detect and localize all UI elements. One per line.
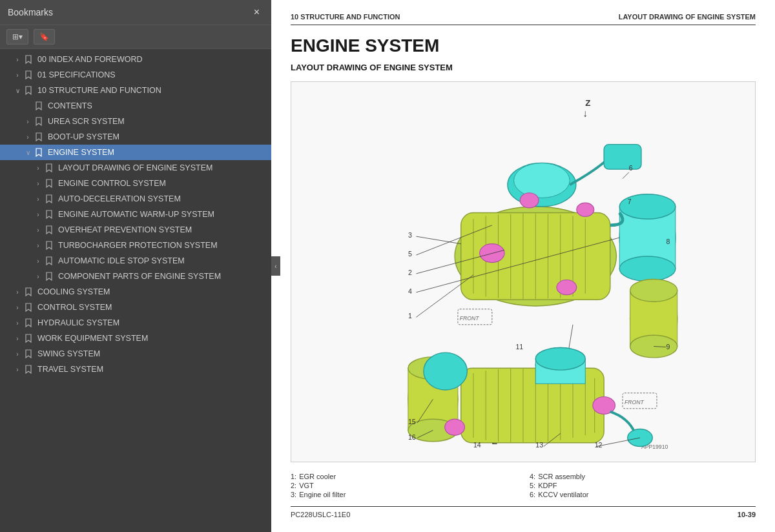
sidebar-item-turbo[interactable]: › TURBOCHARGER PROTECTION SYSTEM xyxy=(0,238,271,253)
bookmark-icon xyxy=(44,241,54,250)
sidebar-item-travel[interactable]: › TRAVEL SYSTEM xyxy=(0,362,271,377)
sidebar-item-01-specs[interactable]: › 01 SPECIFICATIONS xyxy=(0,67,271,83)
bookmark-icon xyxy=(23,55,34,64)
svg-point-77 xyxy=(628,429,653,447)
legend-text: EGR cooler xyxy=(299,473,336,480)
bookmark-icon xyxy=(44,179,54,188)
expand-arrow: › xyxy=(34,196,43,203)
svg-text:6: 6 xyxy=(629,164,633,172)
sidebar-item-swing[interactable]: › SWING SYSTEM xyxy=(0,346,271,362)
engine-diagram-svg: Z ↓ Z APP19910 xyxy=(298,88,749,455)
sidebar-item-bootup[interactable]: › BOOT-UP SYSTEM xyxy=(0,129,271,145)
bookmark-icon xyxy=(23,70,34,79)
expand-arrow: › xyxy=(13,351,22,358)
expand-arrow: › xyxy=(34,273,43,280)
document-subtitle: LAYOUT DRAWING OF ENGINE SYSTEM xyxy=(291,63,756,72)
bookmark-button[interactable]: 🔖 xyxy=(34,29,55,45)
expand-arrow: › xyxy=(13,366,22,373)
svg-text:1: 1 xyxy=(408,312,412,320)
bookmark-tree[interactable]: › 00 INDEX AND FOREWORD › 01 SPECIFICATI… xyxy=(0,49,271,532)
sidebar-item-idle-stop[interactable]: › AUTOMATIC IDLE STOP SYSTEM xyxy=(0,253,271,269)
bookmark-icon xyxy=(44,225,54,234)
svg-point-23 xyxy=(619,256,676,281)
sidebar-item-cooling[interactable]: › COOLING SYSTEM xyxy=(0,284,271,300)
bookmark-icon xyxy=(44,194,54,203)
sidebar-item-label: CONTENTS xyxy=(48,101,92,110)
expand-arrow: › xyxy=(13,335,22,342)
svg-point-72 xyxy=(535,347,585,370)
bookmark-icon xyxy=(23,334,34,343)
bookmarks-title: Bookmarks xyxy=(8,7,53,17)
svg-point-31 xyxy=(557,280,577,295)
sidebar-collapse-handle[interactable]: ‹ xyxy=(271,256,280,276)
legend-item-6: 6: KCCV ventilator xyxy=(530,491,756,498)
main-content: 10 STRUCTURE AND FUNCTION LAYOUT DRAWING… xyxy=(271,0,775,532)
document-id: PC228USLC-11E0 xyxy=(291,511,350,518)
bookmark-icon xyxy=(44,163,54,172)
page-header-right: LAYOUT DRAWING OF ENGINE SYSTEM xyxy=(619,13,756,21)
sidebar-item-00-index[interactable]: › 00 INDEX AND FOREWORD xyxy=(0,52,271,67)
svg-point-26 xyxy=(630,280,677,302)
legend-num: 2: xyxy=(291,482,296,489)
legend-num: 3: xyxy=(291,491,296,498)
sidebar-item-label: ENGINE AUTOMATIC WARM-UP SYSTEM xyxy=(58,210,214,219)
sidebar-item-label: HYDRAULIC SYSTEM xyxy=(37,318,119,327)
legend-text: VGT xyxy=(299,482,314,489)
legend-item-1: 1: EGR cooler xyxy=(291,473,517,480)
legend-text: KDPF xyxy=(538,482,557,489)
sidebar-item-control-sys[interactable]: › CONTROL SYSTEM xyxy=(0,300,271,315)
sidebar-item-10-structure[interactable]: ∨ 10 STRUCTURE AND FUNCTION xyxy=(0,83,271,98)
sidebar-item-work-equip[interactable]: › WORK EQUIPMENT SYSTEM xyxy=(0,331,271,346)
expand-arrow: › xyxy=(13,304,22,311)
sidebar-item-hydraulic[interactable]: › HYDRAULIC SYSTEM xyxy=(0,315,271,331)
sidebar-item-label: ENGINE CONTROL SYSTEM xyxy=(58,179,166,188)
expand-arrow: › xyxy=(13,289,22,296)
legend-num: 5: xyxy=(530,482,535,489)
expand-arrow: › xyxy=(13,56,22,63)
legend-num: 6: xyxy=(530,491,535,498)
bookmark-icon xyxy=(44,210,54,219)
sidebar-item-label: WORK EQUIPMENT SYSTEM xyxy=(37,334,148,343)
expand-arrow: ∨ xyxy=(23,149,32,156)
legend-text: Engine oil filter xyxy=(299,491,346,498)
sidebar-item-urea[interactable]: › UREA SCR SYSTEM xyxy=(0,114,271,129)
svg-point-30 xyxy=(577,203,594,216)
bookmark-icon xyxy=(23,287,34,296)
svg-text:5: 5 xyxy=(408,250,412,258)
sidebar-item-engine-control[interactable]: › ENGINE CONTROL SYSTEM xyxy=(0,176,271,191)
legend-item-4: 4: SCR assembly xyxy=(530,473,756,480)
svg-text:7: 7 xyxy=(628,198,632,205)
bookmark-icon xyxy=(23,86,34,95)
expand-arrow: › xyxy=(34,211,43,218)
svg-text:Z: Z xyxy=(585,98,590,108)
legend-num: 1: xyxy=(291,473,296,480)
sidebar-item-overheat[interactable]: › OVERHEAT PREVENTION SYSTEM xyxy=(0,222,271,238)
sidebar-item-contents[interactable]: CONTENTS xyxy=(0,98,271,114)
sidebar-item-engine-system[interactable]: ∨ ENGINE SYSTEM xyxy=(0,145,271,160)
svg-point-69 xyxy=(424,353,467,390)
sidebar-item-warmup[interactable]: › ENGINE AUTOMATIC WARM-UP SYSTEM xyxy=(0,207,271,222)
view-toggle-button[interactable]: ⊞▾ xyxy=(6,29,28,45)
svg-text:14: 14 xyxy=(473,441,481,449)
legend-item-3: 3: Engine oil filter xyxy=(291,491,517,498)
bookmark-icon xyxy=(34,117,44,126)
bookmarks-header: Bookmarks × xyxy=(0,0,271,25)
page-header-left: 10 STRUCTURE AND FUNCTION xyxy=(291,13,400,21)
sidebar-item-label: COMPONENT PARTS OF ENGINE SYSTEM xyxy=(58,272,221,281)
svg-text:FRONT: FRONT xyxy=(460,315,480,322)
sidebar-item-auto-decel[interactable]: › AUTO-DECELERATION SYSTEM xyxy=(0,191,271,207)
expand-arrow: › xyxy=(13,320,22,327)
close-button[interactable]: × xyxy=(250,5,264,19)
sidebar-item-layout-drawing[interactable]: › LAYOUT DRAWING OF ENGINE SYSTEM xyxy=(0,160,271,176)
sidebar-item-components[interactable]: › COMPONENT PARTS OF ENGINE SYSTEM xyxy=(0,269,271,284)
sidebar-item-label: TRAVEL SYSTEM xyxy=(37,365,103,374)
sidebar-item-label: SWING SYSTEM xyxy=(37,349,100,358)
svg-point-18 xyxy=(514,163,570,198)
svg-point-76 xyxy=(445,419,465,435)
page-header: 10 STRUCTURE AND FUNCTION LAYOUT DRAWING… xyxy=(291,13,756,25)
legend-num: 4: xyxy=(530,473,535,480)
legend-item-5: 5: KDPF xyxy=(530,482,756,489)
sidebar-item-label: 10 STRUCTURE AND FUNCTION xyxy=(37,86,161,95)
svg-text:FRONT: FRONT xyxy=(625,399,645,405)
expand-arrow: › xyxy=(13,72,22,79)
